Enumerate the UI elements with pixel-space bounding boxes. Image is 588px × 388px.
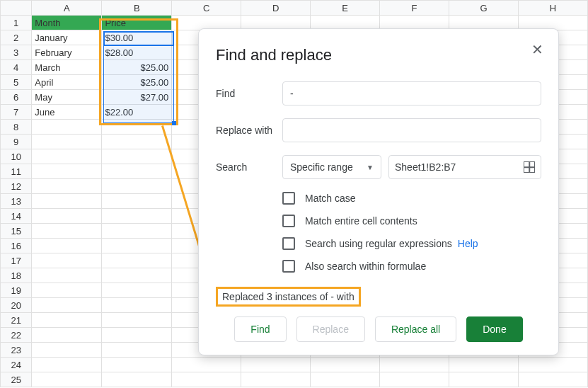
row-header[interactable]: 7 (1, 105, 32, 120)
formulae-label: Also search within formulae (305, 261, 426, 272)
col-header-c[interactable]: C (172, 1, 241, 16)
row-header[interactable]: 22 (1, 328, 32, 343)
cell-price[interactable]: $30.00 (102, 30, 172, 45)
dialog-title: Find and replace (216, 46, 541, 64)
replace-all-button[interactable]: Replace all (375, 316, 456, 342)
regex-label: Search using regular expressions (305, 238, 452, 249)
range-input[interactable]: Sheet1!B2:B7 (388, 155, 541, 179)
col-header-h[interactable]: H (518, 1, 587, 16)
col-header-g[interactable]: G (449, 1, 519, 16)
row-header[interactable]: 25 (1, 372, 32, 387)
select-all-corner[interactable] (1, 1, 32, 16)
selection-handle[interactable] (172, 121, 176, 125)
cell-month[interactable]: February (32, 45, 102, 60)
row-header[interactable]: 8 (1, 120, 32, 135)
row-header[interactable]: 5 (1, 75, 32, 90)
row-header[interactable]: 20 (1, 298, 32, 313)
match-case-checkbox[interactable] (282, 192, 295, 205)
row-header[interactable]: 9 (1, 135, 32, 149)
col-header-b[interactable]: B (102, 1, 172, 16)
replace-label: Replace with (216, 125, 282, 136)
cell-month[interactable]: April (32, 75, 102, 90)
row-header[interactable]: 11 (1, 164, 32, 179)
header-price[interactable]: Price (102, 16, 172, 30)
row-header[interactable]: 24 (1, 358, 32, 372)
help-link[interactable]: Help (458, 238, 478, 249)
row-header[interactable]: 15 (1, 224, 32, 239)
row-header[interactable]: 10 (1, 149, 32, 164)
header-month[interactable]: Month (32, 16, 102, 30)
cell-price[interactable]: $25.00 (102, 75, 172, 90)
cell-price[interactable]: $27.00 (102, 90, 172, 105)
search-scope-dropdown[interactable]: Specific range ▼ (282, 155, 381, 179)
search-label: Search (216, 161, 282, 173)
row-header[interactable]: 4 (1, 60, 32, 75)
status-message: Replaced 3 instances of - with (216, 287, 361, 307)
col-header-e[interactable]: E (311, 1, 380, 16)
row-header[interactable]: 6 (1, 90, 32, 105)
row-header[interactable]: 13 (1, 194, 32, 209)
find-replace-dialog: ✕ Find and replace Find Replace with Sea… (198, 28, 559, 355)
find-input[interactable] (282, 81, 541, 105)
row-header[interactable]: 1 (1, 16, 32, 30)
replace-input[interactable] (282, 118, 541, 142)
row-header[interactable]: 3 (1, 45, 32, 60)
row-header[interactable]: 14 (1, 209, 32, 224)
cell-month[interactable]: January (32, 30, 102, 45)
cell-price[interactable]: $22.00 (102, 105, 172, 120)
match-case-label: Match case (305, 193, 356, 204)
find-label: Find (216, 88, 282, 99)
cell-month[interactable]: June (32, 105, 102, 120)
row-header[interactable]: 2 (1, 30, 32, 45)
cell-price[interactable]: $28.00 (102, 45, 172, 60)
regex-checkbox[interactable] (282, 237, 295, 250)
cell-month[interactable]: March (32, 60, 102, 75)
row-header[interactable]: 16 (1, 239, 32, 253)
row-header[interactable]: 21 (1, 313, 32, 328)
match-entire-checkbox[interactable] (282, 215, 295, 227)
match-entire-label: Match entire cell contents (305, 215, 417, 227)
row-header[interactable]: 23 (1, 343, 32, 358)
row-header[interactable]: 17 (1, 253, 32, 268)
row-header[interactable]: 12 (1, 179, 32, 194)
search-scope-value: Specific range (290, 161, 353, 173)
col-header-f[interactable]: F (380, 1, 449, 16)
col-header-d[interactable]: D (241, 1, 311, 16)
cell-price[interactable]: $25.00 (102, 60, 172, 75)
replace-button[interactable]: Replace (296, 316, 365, 342)
cell-month[interactable]: May (32, 90, 102, 105)
range-value: Sheet1!B2:B7 (395, 161, 456, 173)
row-header[interactable]: 19 (1, 283, 32, 298)
row-header[interactable]: 18 (1, 268, 32, 283)
chevron-down-icon: ▼ (367, 164, 374, 171)
done-button[interactable]: Done (466, 316, 522, 342)
find-button[interactable]: Find (234, 316, 286, 342)
formulae-checkbox[interactable] (282, 260, 295, 273)
col-header-a[interactable]: A (32, 1, 102, 16)
select-range-icon[interactable] (524, 161, 535, 173)
close-icon[interactable]: ✕ (529, 42, 546, 59)
